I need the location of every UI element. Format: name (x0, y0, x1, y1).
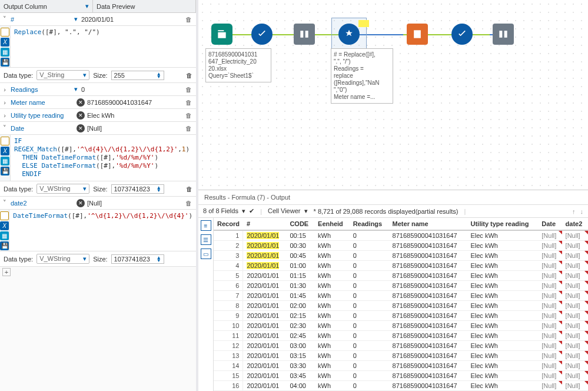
fx-icon[interactable]: fx (1, 137, 9, 145)
fields-button[interactable]: 8 of 8 Fields ▾ ✔ (203, 207, 254, 215)
column-header[interactable]: date2 (562, 218, 588, 230)
output-tool[interactable] (407, 24, 428, 45)
dropdown-icon[interactable]: ▾ (74, 85, 81, 93)
datatype-select[interactable]: V_WString▾ (36, 184, 89, 194)
column-header[interactable]: CODE (286, 218, 314, 230)
column-header[interactable]: Eenheid (314, 218, 350, 230)
tool-icon[interactable]: ▦ (0, 231, 9, 240)
tool-icon[interactable]: ▦ (1, 48, 9, 57)
trash-icon[interactable]: 🗑 (185, 125, 194, 132)
field-row[interactable]: › Utility type reading ✕ Elec kWh 🗑 (0, 109, 196, 122)
clear-icon[interactable]: ✕ (77, 111, 85, 120)
datatype-select[interactable]: V_WString▾ (36, 254, 89, 264)
formula-text[interactable]: IF REGEX_Match([#],'^\d{4}\/\d{1,2}\/\d{… (11, 135, 196, 181)
chevron-down-icon[interactable]: ˅ (0, 15, 9, 23)
formula-3[interactable]: fx X ▦ 💾 DateTimeFormat([#],'^\d{1,2}\/\… (0, 210, 196, 251)
field-row-hash[interactable]: ˅ # ▾ 2020/01/01 🗑 (0, 13, 196, 26)
workflow-canvas[interactable]: 871685900041031 647_Electricity_20 20.xl… (198, 0, 588, 190)
var-icon[interactable]: X (1, 38, 9, 47)
table-row[interactable]: 9 2020/01/01 02:15 kWh 0 871685900041031… (214, 311, 588, 321)
table-row[interactable]: 10 2020/01/01 02:30 kWh 0 87168590004103… (214, 321, 588, 331)
dropdown-icon[interactable]: ▾ (74, 15, 81, 23)
cell: kWh (314, 241, 350, 251)
size-input[interactable]: 1073741823▲▼ (111, 254, 164, 264)
trash-icon[interactable]: 🗑 (186, 72, 192, 79)
fx-icon[interactable]: fx (1, 28, 9, 37)
trash-icon[interactable]: 🗑 (185, 86, 194, 93)
table-row[interactable]: 5 2020/01/01 01:15 kWh 0 871685900041031… (214, 271, 588, 281)
var-icon[interactable]: X (0, 221, 9, 230)
trash-icon[interactable]: 🗑 (185, 16, 194, 23)
table-row[interactable]: 11 2020/01/01 02:45 kWh 0 87168590004103… (214, 331, 588, 341)
field-name: Utility type reading (9, 112, 74, 119)
browse-tool[interactable] (493, 24, 514, 45)
formula-2[interactable]: fx X ▦ 💾 IF REGEX_Match([#],'^\d{4}\/\d{… (0, 135, 196, 181)
field-row[interactable]: › Meter name ✕ 871685900041031647 🗑 (0, 96, 196, 109)
save-icon[interactable]: 💾 (0, 241, 9, 250)
column-header[interactable]: Meter name (389, 218, 467, 230)
table-row[interactable]: 6 2020/01/01 01:30 kWh 0 871685900041031… (214, 281, 588, 291)
results-table-wrap[interactable]: Record#CODEEenheidReadingsMeter nameUtil… (214, 218, 588, 391)
chevron-icon[interactable]: › (0, 86, 9, 93)
table-row[interactable]: 1 2020/01/01 00:15 kWh 0 871685900041031… (214, 230, 588, 241)
chevron-icon[interactable]: › (0, 112, 9, 119)
table-row[interactable]: 16 2020/01/01 04:00 kWh 0 87168590004103… (214, 381, 588, 391)
cell: 871685900041031647 (389, 230, 467, 241)
select-tool[interactable] (251, 24, 273, 45)
formula-tool[interactable] (338, 24, 360, 45)
formula-1[interactable]: fx X ▦ 💾 Replace([#], ".", "/") (0, 26, 196, 68)
column-header[interactable]: # (243, 218, 287, 230)
table-row[interactable]: 12 2020/01/01 03:00 kWh 0 87168590004103… (214, 341, 588, 351)
select-tool-2[interactable] (451, 24, 473, 45)
record-cell: 12 (214, 341, 243, 351)
column-header[interactable]: Readings (350, 218, 389, 230)
column-header[interactable]: Utility type reading (467, 218, 538, 230)
formula-text[interactable]: Replace([#], ".", "/") (11, 26, 196, 67)
table-row[interactable]: 14 2020/01/01 03:30 kWh 0 87168590004103… (214, 361, 588, 371)
add-button[interactable]: + (2, 268, 11, 276)
save-icon[interactable]: 💾 (1, 58, 9, 67)
trash-icon[interactable]: 🗑 (185, 112, 194, 119)
trash-icon[interactable]: 🗑 (186, 185, 192, 193)
save-icon[interactable]: 💾 (1, 167, 9, 175)
table-row[interactable]: 7 2020/01/01 01:45 kWh 0 871685900041031… (214, 291, 588, 301)
formula-text[interactable]: DateTimeFormat([#],'^\d{1,2}\/\d{1,2}\/\… (9, 210, 196, 251)
table-row[interactable]: 4 2020/01/01 01:00 kWh 0 871685900041031… (214, 261, 588, 271)
chevron-down-icon[interactable]: ˅ (0, 199, 9, 207)
table-row[interactable]: 8 2020/01/01 02:00 kWh 0 871685900041031… (214, 301, 588, 311)
tool-rows-icon[interactable]: ≡ (201, 220, 211, 231)
column-header[interactable]: Date (538, 218, 562, 230)
field-row[interactable]: › Readings ▾ 0 🗑 (0, 83, 196, 96)
trash-icon[interactable]: 🗑 (185, 99, 194, 106)
cell: Elec kWh (467, 301, 538, 311)
size-input[interactable]: 255▲▼ (111, 71, 164, 80)
size-input[interactable]: 1073741823▲▼ (111, 184, 164, 194)
sort-icon[interactable]: ▾ (85, 2, 89, 10)
cell: 00:45 (286, 251, 314, 261)
cell-viewer-button[interactable]: Cell Viewer ▾ (268, 207, 308, 215)
field-row[interactable]: ˅ Date ✕ [Null] 🗑 (0, 122, 196, 135)
trash-icon[interactable]: 🗑 (185, 200, 194, 207)
clear-icon[interactable]: ✕ (77, 199, 85, 207)
table-row[interactable]: 3 2020/01/01 00:45 kWh 0 871685900041031… (214, 251, 588, 261)
record-cell: 4 (214, 261, 243, 271)
column-header[interactable]: Record (214, 218, 243, 230)
nav-arrows[interactable]: ↑↓ (572, 208, 583, 215)
tool-meta-icon[interactable]: ☰ (201, 234, 211, 245)
join-tool[interactable] (294, 24, 315, 45)
datatype-select[interactable]: V_String▾ (36, 70, 89, 80)
tool-page-icon[interactable]: ▭ (201, 248, 211, 259)
chevron-icon[interactable]: ˅ (0, 124, 9, 132)
table-row[interactable]: 13 2020/01/01 03:15 kWh 0 87168590004103… (214, 351, 588, 361)
arrow-up-icon: ↑ (572, 208, 576, 215)
clear-icon[interactable]: ✕ (77, 98, 85, 107)
fx-icon[interactable]: fx (0, 211, 9, 220)
table-row[interactable]: 2 2020/01/01 00:30 kWh 0 871685900041031… (214, 241, 588, 251)
input-data-tool[interactable] (211, 24, 232, 45)
field-row-date2[interactable]: ˅ date2 ✕ [Null] 🗑 (0, 197, 196, 210)
table-row[interactable]: 15 2020/01/01 03:45 kWh 0 87168590004103… (214, 371, 588, 381)
tool-icon[interactable]: ▦ (1, 157, 9, 165)
clear-icon[interactable]: ✕ (77, 124, 85, 132)
chevron-icon[interactable]: › (0, 99, 9, 106)
var-icon[interactable]: X (1, 147, 9, 155)
